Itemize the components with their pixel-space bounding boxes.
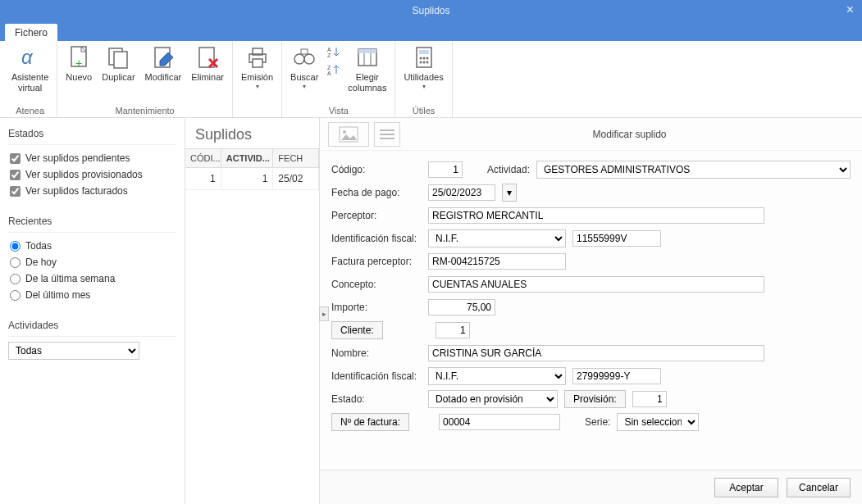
expander-handle[interactable]: ▸ [319, 306, 329, 321]
new-doc-icon: + [66, 44, 92, 70]
id-fiscal-tipo-select[interactable]: N.I.F. [428, 229, 566, 247]
rad-mes[interactable]: Del último mes [8, 287, 176, 303]
ribbon-group-emision: Emisión ▾ [233, 41, 282, 117]
utilidades-button[interactable]: Utilidades ▾ [399, 43, 448, 92]
columns-icon [354, 44, 381, 70]
actividades-select[interactable]: Todas [8, 342, 139, 360]
provision-field[interactable] [632, 391, 667, 407]
n-factura-field[interactable] [439, 414, 560, 430]
ribbon-tab-row: Fichero [0, 21, 862, 41]
window-title: Suplidos [412, 5, 449, 16]
sidebar: Estados Ver suplidos pendientes Ver supl… [0, 118, 185, 504]
nombre-field[interactable] [428, 345, 764, 361]
fecha-pago-field[interactable] [428, 184, 495, 201]
edit-title: Modificar suplido [405, 129, 854, 140]
edit-panel: ▸ Modificar suplido Código: Actividad: G… [320, 118, 862, 504]
chevron-down-icon: ▾ [256, 83, 259, 90]
cliente-field[interactable] [436, 322, 470, 338]
svg-rect-9 [253, 59, 262, 67]
calculator-icon [411, 44, 437, 70]
sort-desc-icon: ZA [326, 63, 340, 76]
alpha-icon: α [17, 44, 43, 70]
buscar-button[interactable]: Buscar ▾ [285, 43, 323, 92]
svg-point-27 [422, 61, 425, 64]
sidebar-section-actividades: Actividades Todas [8, 316, 176, 360]
serie-select[interactable]: Sin seleccionar [617, 413, 699, 431]
duplicate-icon [105, 44, 131, 70]
table-row[interactable]: 1 1 25/02 [185, 168, 319, 190]
ribbon-group-utiles: Utilidades ▾ Útiles [395, 41, 452, 117]
perceptor-field[interactable] [428, 207, 764, 224]
edit-doc-icon [150, 44, 176, 70]
svg-point-28 [426, 61, 428, 64]
edit-header: Modificar suplido [320, 118, 862, 151]
codigo-field[interactable] [428, 161, 463, 178]
n-factura-button[interactable]: Nº de factura: [331, 413, 409, 431]
chevron-down-icon: ▾ [422, 83, 426, 90]
svg-text:Z: Z [327, 52, 331, 58]
factura-perceptor-field[interactable] [428, 253, 566, 270]
duplicar-button[interactable]: Duplicar [97, 43, 139, 84]
id-fiscal2-tipo-select[interactable]: N.I.F. [428, 367, 566, 385]
svg-text:+: + [75, 57, 82, 70]
sort-desc-button[interactable]: ZA [323, 61, 343, 79]
svg-text:A: A [327, 47, 331, 52]
svg-text:A: A [327, 70, 331, 76]
tab-fichero[interactable]: Fichero [5, 24, 57, 41]
svg-rect-12 [301, 49, 308, 54]
binoculars-icon [291, 44, 317, 70]
main-area: Estados Ver suplidos pendientes Ver supl… [0, 118, 862, 504]
ribbon-group-atenea: α Asistente virtual Atenea [3, 41, 57, 117]
elegir-columnas-button[interactable]: Elegir columnas [343, 43, 391, 94]
grid-panel: Suplidos CÓDI... ACTIVID... FECH 1 1 25/… [185, 118, 320, 504]
view-thumb-icon[interactable] [328, 122, 369, 147]
dialog-button-bar: Aceptar Cancelar [320, 470, 862, 504]
date-picker-button[interactable]: ▾ [502, 184, 517, 202]
asistente-virtual-button[interactable]: α Asistente virtual [7, 43, 53, 94]
title-bar: Suplidos × [0, 0, 862, 21]
ribbon-group-mantenimiento: + Nuevo Duplicar Modificar Eliminar Mant… [57, 41, 233, 117]
sidebar-section-estados: Estados Ver suplidos pendientes Ver supl… [8, 125, 176, 199]
sort-asc-button[interactable]: AZ [323, 43, 343, 61]
chk-facturados[interactable]: Ver suplidos facturados [8, 183, 176, 199]
svg-point-11 [304, 54, 314, 64]
actividad-select[interactable]: GESTORES ADMINISTRATIVOS [536, 161, 851, 179]
svg-point-26 [419, 61, 422, 64]
close-icon[interactable]: × [846, 2, 854, 17]
eliminar-button[interactable]: Eliminar [186, 43, 229, 84]
importe-field[interactable] [428, 299, 495, 316]
grid-header: CÓDI... ACTIVID... FECH [185, 149, 319, 168]
col-actividad[interactable]: ACTIVID... [221, 149, 274, 167]
ribbon: α Asistente virtual Atenea + Nuevo Dupli… [0, 41, 862, 118]
provision-button[interactable]: Provisión: [564, 390, 626, 408]
modificar-button[interactable]: Modificar [140, 43, 187, 84]
delete-doc-icon [194, 44, 221, 70]
cancelar-button[interactable]: Cancelar [787, 478, 851, 497]
svg-rect-22 [419, 50, 429, 54]
svg-point-25 [426, 57, 428, 60]
emision-button[interactable]: Emisión ▾ [236, 43, 278, 92]
aceptar-button[interactable]: Aceptar [714, 478, 778, 497]
col-fecha[interactable]: FECH [273, 149, 319, 167]
id-fiscal-num-field[interactable] [572, 230, 661, 247]
rad-semana[interactable]: De la última semana [8, 270, 176, 287]
rad-todas[interactable]: Todas [8, 238, 176, 254]
concepto-field[interactable] [428, 276, 764, 293]
cliente-button[interactable]: Cliente: [331, 321, 383, 339]
view-list-icon[interactable] [374, 122, 400, 147]
chk-provisionados[interactable]: Ver suplidos provisionados [8, 166, 176, 183]
svg-text:α: α [21, 46, 34, 68]
grid-title: Suplidos [185, 118, 319, 148]
chk-pendientes[interactable]: Ver suplidos pendientes [8, 150, 176, 166]
rad-hoy[interactable]: De hoy [8, 254, 176, 270]
col-codigo[interactable]: CÓDI... [185, 149, 221, 167]
svg-point-30 [343, 130, 346, 134]
nuevo-button[interactable]: + Nuevo [61, 43, 97, 84]
svg-rect-20 [358, 49, 376, 53]
id-fiscal2-num-field[interactable] [572, 368, 661, 384]
estado-select[interactable]: Dotado en provisión [428, 390, 558, 408]
sidebar-section-recientes: Recientes Todas De hoy De la última sema… [8, 212, 176, 303]
svg-point-24 [422, 57, 425, 60]
data-grid[interactable]: CÓDI... ACTIVID... FECH 1 1 25/02 [185, 148, 319, 190]
sort-asc-icon: AZ [326, 45, 340, 58]
